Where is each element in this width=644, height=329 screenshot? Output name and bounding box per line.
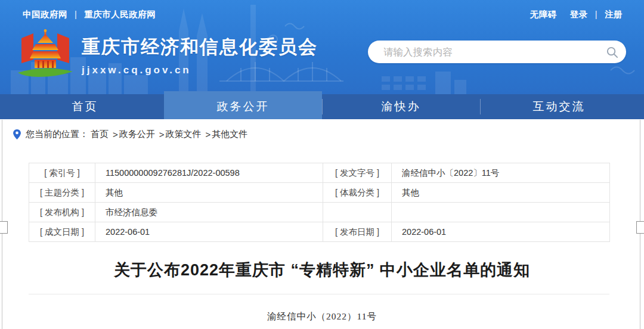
nav-item-hudong-jiaoliu[interactable]: 互动交流 xyxy=(480,94,638,119)
search-input[interactable] xyxy=(368,41,597,63)
login-link[interactable]: 登录 xyxy=(570,10,588,19)
register-link[interactable]: 注册 xyxy=(605,10,623,19)
meta-label-doc-symbol: [ 发文字号 ] xyxy=(323,163,392,183)
breadcrumb-separator: > xyxy=(206,129,211,139)
meta-value-topic-category: 其他 xyxy=(95,183,323,203)
search-icon xyxy=(605,45,619,59)
site-title: 重庆市经济和信息化委员会 xyxy=(82,35,318,60)
meta-label-genre-category: [ 体裁分类 ] xyxy=(323,183,392,203)
nav-item-home[interactable]: 首页 xyxy=(6,94,164,119)
brand-text[interactable]: 重庆市经济和信息化委员会 jjxxw.cq.gov.cn xyxy=(82,35,318,76)
nav-item-yukuaiban[interactable]: 渝快办 xyxy=(322,94,480,119)
breadcrumb-zhengce-wenjian[interactable]: 政策文件 xyxy=(166,129,202,140)
link-cq-gov[interactable]: 重庆市人民政府网 xyxy=(84,10,156,19)
accessibility-link[interactable]: 无障碍 xyxy=(530,10,557,19)
search-box xyxy=(368,41,626,63)
site-header: 中国政府网|重庆市人民政府网 无障碍登录|注册 xyxy=(0,0,644,94)
meta-value-genre-category: 其他 xyxy=(392,183,610,203)
meta-value-publish-date: 2022-06-01 xyxy=(392,222,610,242)
breadcrumb: 您当前的位置： 首页 > 政务公开 > 政策文件 > 其他文件 xyxy=(0,127,644,141)
meta-value-issuing-agency: 市经济信息委 xyxy=(95,203,323,222)
meta-label-issuing-agency: [ 发布机构 ] xyxy=(29,203,95,222)
meta-label-topic-category: [ 主题分类 ] xyxy=(29,183,95,203)
gov-links: 中国政府网|重庆市人民政府网 xyxy=(23,9,156,20)
content-area: 您当前的位置： 首页 > 政务公开 > 政策文件 > 其他文件 [ 索引号 ] … xyxy=(0,119,644,323)
breadcrumb-separator: > xyxy=(159,129,165,139)
meta-value-index-number: 11500000009276281J/2022-00598 xyxy=(95,163,323,183)
right-page-edge-marker xyxy=(636,221,644,234)
document-meta-table: [ 索引号 ] 11500000009276281J/2022-00598 [ … xyxy=(29,163,610,242)
brand-row: 重庆市经济和信息化委员会 jjxxw.cq.gov.cn xyxy=(0,25,644,94)
account-links: 无障碍登录|注册 xyxy=(530,9,623,20)
breadcrumb-zhengwu-gongkai[interactable]: 政务公开 xyxy=(119,129,155,140)
search-button[interactable] xyxy=(597,41,626,63)
meta-value-empty xyxy=(392,203,610,222)
table-row: [ 索引号 ] 11500000009276281J/2022-00598 [ … xyxy=(29,163,610,183)
table-row: [ 主题分类 ] 其他 [ 体裁分类 ] 其他 xyxy=(29,183,610,203)
breadcrumb-separator: > xyxy=(113,129,118,139)
meta-value-doc-symbol: 渝经信中小〔2022〕11号 xyxy=(392,163,610,183)
link-china-gov[interactable]: 中国政府网 xyxy=(23,10,67,19)
table-row: [ 发布机构 ] 市经济信息委 xyxy=(29,203,610,222)
breadcrumb-qita-wenjian[interactable]: 其他文件 xyxy=(212,129,247,140)
meta-label-publish-date: [ 发布日期 ] xyxy=(323,222,392,242)
site-url: jjxxw.cq.gov.cn xyxy=(82,64,318,76)
left-page-edge-marker xyxy=(0,221,8,234)
meta-value-written-date: 2022-06-01 xyxy=(95,222,323,242)
site-logo[interactable] xyxy=(16,29,75,86)
breadcrumb-home[interactable]: 首页 xyxy=(91,129,109,140)
document-number: 渝经信中小（2022）11号 xyxy=(0,311,644,323)
breadcrumb-label: 您当前的位置： xyxy=(26,129,88,140)
article-title: 关于公布2022年重庆市 “专精特新” 中小企业名单的通知 xyxy=(0,259,644,281)
link-separator: | xyxy=(75,10,77,19)
title-divider xyxy=(29,294,609,294)
meta-label-empty xyxy=(323,203,392,222)
link-separator: | xyxy=(595,10,597,19)
page: 中国政府网|重庆市人民政府网 无障碍登录|注册 xyxy=(0,0,644,329)
table-row: [ 成文日期 ] 2022-06-01 [ 发布日期 ] 2022-06-01 xyxy=(29,222,610,242)
meta-label-written-date: [ 成文日期 ] xyxy=(29,222,95,242)
meta-label-index-number: [ 索引号 ] xyxy=(29,163,95,183)
top-utility-bar: 中国政府网|重庆市人民政府网 无障碍登录|注册 xyxy=(0,0,644,20)
main-nav: 首页 政务公开 渝快办 互动交流 xyxy=(0,94,644,119)
location-pin-icon xyxy=(13,129,21,139)
nav-item-zhengwu-gongkai[interactable]: 政务公开 xyxy=(164,91,322,119)
great-hall-emblem-icon xyxy=(16,29,75,85)
